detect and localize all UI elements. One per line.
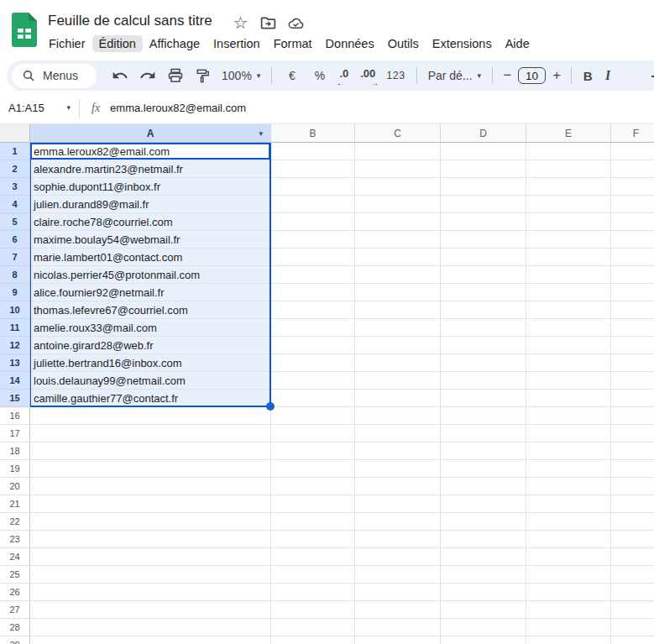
cell-D21[interactable] [441,495,526,513]
cell-D16[interactable] [441,407,526,425]
cell-D22[interactable] [441,513,526,531]
cell-B28[interactable] [271,619,355,636]
menu-item-insertion[interactable]: Insertion [207,35,267,52]
cell-E14[interactable] [526,372,611,390]
menu-item-format[interactable]: Format [267,35,319,52]
cell-D8[interactable] [441,266,526,284]
cell-C12[interactable] [355,337,441,354]
cell-C25[interactable] [355,566,441,584]
cell-B6[interactable] [271,231,355,249]
cell-E12[interactable] [526,337,611,354]
cell-F18[interactable] [611,442,654,460]
cell-D4[interactable] [441,196,526,213]
increase-decimal-button[interactable]: .00→ [358,67,377,85]
document-title[interactable]: Feuille de calcul sans titre [48,13,212,29]
cell-E20[interactable] [526,478,611,495]
cell-F2[interactable] [611,160,654,178]
cell-D13[interactable] [441,354,526,372]
more-formats-button[interactable]: 123 [386,70,405,81]
paint-format-button[interactable] [192,65,213,86]
cell-A24[interactable] [30,548,271,566]
cell-E24[interactable] [526,548,611,566]
column-dropdown-icon[interactable]: ▾ [259,129,263,138]
row-header-11[interactable]: 11 [0,319,30,337]
cell-E10[interactable] [526,301,611,319]
row-header-12[interactable]: 12 [0,337,30,354]
cell-E21[interactable] [526,495,611,513]
menu-item-extensions[interactable]: Extensions [426,35,499,52]
cell-C21[interactable] [355,495,441,513]
cell-D27[interactable] [441,601,526,619]
column-header-E[interactable]: E [526,124,611,143]
cell-A23[interactable] [30,531,271,548]
cell-C29[interactable] [355,636,441,644]
cell-F10[interactable] [611,301,654,319]
cell-D20[interactable] [441,478,526,495]
row-header-7[interactable]: 7 [0,249,30,266]
cell-A18[interactable] [30,442,271,460]
cell-B27[interactable] [271,601,355,619]
row-header-24[interactable]: 24 [0,548,30,566]
cell-A19[interactable] [30,460,271,478]
cell-E23[interactable] [526,531,611,548]
row-header-4[interactable]: 4 [0,196,30,213]
cell-B10[interactable] [271,301,355,319]
cell-A7[interactable]: marie.lambert01@contact.com [30,249,271,266]
cell-C9[interactable] [355,284,441,301]
cell-B13[interactable] [271,354,355,372]
undo-button[interactable] [109,65,130,86]
cell-A11[interactable]: amelie.roux33@mail.com [30,319,271,337]
cell-D11[interactable] [441,319,526,337]
cell-F28[interactable] [611,619,654,636]
row-header-22[interactable]: 22 [0,513,30,531]
cell-A9[interactable]: alice.fournier92@netmail.fr [30,284,271,301]
cell-C15[interactable] [355,390,441,407]
row-header-27[interactable]: 27 [0,601,30,619]
cell-B16[interactable] [271,407,355,425]
cell-D7[interactable] [441,249,526,266]
column-header-C[interactable]: C [355,124,441,143]
cell-C20[interactable] [355,478,441,495]
star-icon[interactable]: ☆ [232,14,249,32]
italic-button[interactable]: I [598,68,618,83]
cell-E3[interactable] [526,178,611,196]
cell-E16[interactable] [526,407,611,425]
currency-format-button[interactable]: € [281,65,302,86]
cell-E11[interactable] [526,319,611,337]
cell-C4[interactable] [355,196,441,213]
cell-A8[interactable]: nicolas.perrier45@protonmail.com [30,266,271,284]
cell-A17[interactable] [30,425,271,442]
cell-D18[interactable] [441,442,526,460]
print-button[interactable] [165,65,186,86]
cell-A20[interactable] [30,478,271,495]
column-header-D[interactable]: D [441,124,526,143]
cell-A3[interactable]: sophie.dupont11@inbox.fr [30,178,271,196]
cell-A2[interactable]: alexandre.martin23@netmail.fr [30,160,271,178]
cell-B15[interactable] [271,390,355,407]
cell-D14[interactable] [441,372,526,390]
cell-E4[interactable] [526,196,611,213]
percent-format-button[interactable]: % [309,65,330,86]
cell-F6[interactable] [611,231,654,249]
cell-D1[interactable] [441,143,526,160]
cell-A13[interactable]: juliette.bertrand16@inbox.com [30,354,271,372]
decrease-font-size-button[interactable]: − [499,67,515,84]
cell-B2[interactable] [271,160,355,178]
cell-B17[interactable] [271,425,355,442]
row-header-19[interactable]: 19 [0,460,30,478]
cell-D12[interactable] [441,337,526,354]
cell-D10[interactable] [441,301,526,319]
cell-F20[interactable] [611,478,654,495]
cell-A4[interactable]: julien.durand89@mail.fr [30,196,271,213]
cell-C5[interactable] [355,213,441,231]
cell-E27[interactable] [526,601,611,619]
cell-C27[interactable] [355,601,441,619]
cell-C11[interactable] [355,319,441,337]
select-all-corner[interactable] [0,124,30,143]
menu-item-aide[interactable]: Aide [499,35,536,52]
cell-E6[interactable] [526,231,611,249]
cell-F25[interactable] [611,566,654,584]
cell-C24[interactable] [355,548,441,566]
cell-F3[interactable] [611,178,654,196]
cell-E13[interactable] [526,354,611,372]
